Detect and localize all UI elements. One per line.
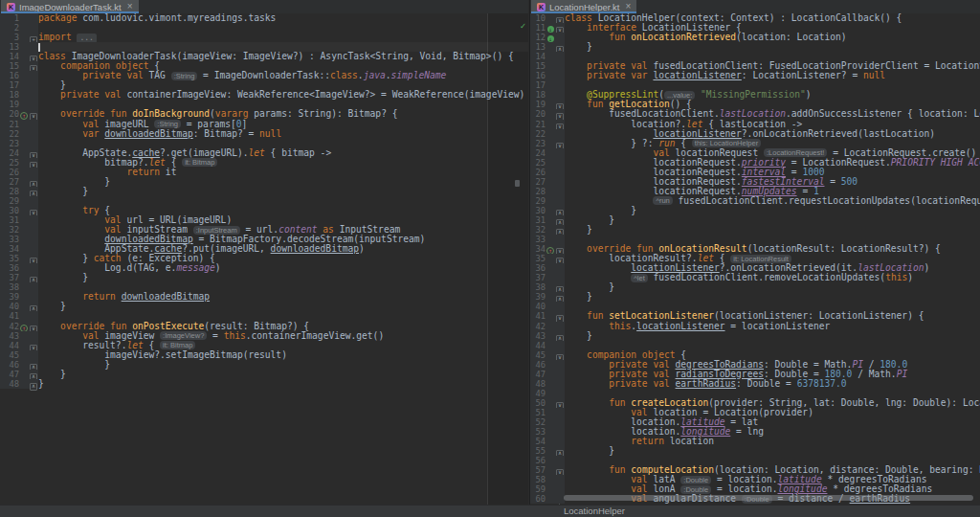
code-line[interactable]: 29 ^run fusedLocationClient.requestLocat… [530,196,980,206]
code-line[interactable]: 12↓ fun onLocationRetrieved(location: Lo… [530,33,980,42]
line-number[interactable]: 17 [0,80,19,90]
code-line[interactable]: 26 locationRequest.interval = 1000 [530,168,980,177]
line-number[interactable]: 15 [0,61,19,71]
line-number[interactable]: 11 [530,23,546,33]
fold-marker-slot[interactable]: ∧ [29,302,38,311]
line-number[interactable]: 33 [530,235,546,244]
line-number[interactable]: 29 [530,196,546,206]
line-number[interactable]: 15 [530,61,546,71]
line-number[interactable]: 34 [530,244,546,254]
line-number[interactable]: 60 [530,494,546,504]
code-line[interactable]: 19 [0,100,528,109]
code-line[interactable]: 28 locationRequest.numUpdates = 1 [530,187,980,196]
code-line[interactable]: 36 locationListener?.onLocationRetrieved… [530,263,980,273]
fold-marker-slot[interactable]: ∧ [29,177,38,187]
code-line[interactable]: 26 return it [0,168,528,177]
fold-marker-slot[interactable]: ∧ [555,206,565,215]
fold-marker-slot[interactable]: ∨ [29,322,38,331]
close-icon[interactable]: × [127,2,133,11]
line-number[interactable]: 16 [0,71,19,80]
code-line[interactable]: 21∨ location?.let { lastLocation -> [530,120,980,129]
fold-marker-slot[interactable]: ∧ [555,331,565,341]
fold-marker-slot[interactable]: ∨ [555,139,565,148]
code-line[interactable]: 31 val url = URL(imageURL) [0,215,528,225]
fold-marker-slot[interactable]: ∨ [29,61,38,71]
line-number[interactable]: 59 [530,484,546,494]
fold-marker-slot[interactable]: ∧ [29,187,38,196]
line-number[interactable]: 48 [0,379,19,389]
line-number[interactable]: 20 [0,109,19,119]
line-number[interactable]: 13 [0,42,19,52]
code-line[interactable]: 54 return location [530,437,980,446]
code-line[interactable]: 28∧ } [0,187,528,196]
line-number[interactable]: 35 [0,254,19,263]
line-number[interactable]: 37 [530,273,546,282]
implemented-gutter-icon[interactable]: ↓ [546,23,555,33]
fold-marker-slot[interactable]: ∧ [555,282,565,292]
fold-marker-slot[interactable]: ∧ [555,446,565,456]
code-line[interactable]: 53 location.longitude = lng [530,427,980,437]
code-line[interactable]: 58 val latA :Double = location.latitude … [530,475,980,484]
line-number[interactable]: 29 [0,196,19,206]
code-line[interactable]: 42↑∨ override fun onPostExecute(result: … [0,322,528,331]
line-number[interactable]: 36 [0,263,19,273]
implemented-gutter-icon[interactable]: ↓ [546,33,555,42]
code-line[interactable]: 14∨class ImageDownloaderTask(imageView: … [0,52,528,61]
code-line[interactable]: 32 val inputStream :InputStream = url.co… [0,225,528,235]
line-number[interactable]: 14 [530,52,546,61]
code-line[interactable]: 44 [530,341,980,350]
fold-marker-slot[interactable]: ∨ [555,120,565,129]
line-number[interactable]: 19 [530,100,546,109]
line-number[interactable]: 23 [0,139,19,148]
line-number[interactable]: 49 [530,389,546,398]
line-number[interactable]: 41 [530,311,546,321]
code-line[interactable]: 39 return downloadedBitmap [0,292,528,302]
code-line[interactable]: 14 [530,52,980,61]
code-line[interactable]: 2 [0,23,528,33]
override-gutter-icon[interactable]: ↑ [19,109,29,119]
code-line[interactable]: 11↓∨ interface LocationListener { [530,23,980,33]
line-number[interactable]: 27 [0,177,19,187]
editor-left[interactable]: 1package com.ludovic.vimont.myreadings.t… [0,13,528,517]
line-number[interactable]: 57 [530,465,546,475]
code-line[interactable]: 40∧ } [0,302,528,311]
line-number[interactable]: 58 [530,475,546,484]
code-line[interactable]: 45∨ companion object { [530,350,980,360]
fold-marker-slot[interactable]: ∧ [29,370,38,379]
fold-marker-slot[interactable]: ∨ [29,148,38,158]
code-line[interactable]: 30∧ } [530,206,980,215]
line-number[interactable]: 51 [530,408,546,417]
line-number[interactable]: 21 [530,120,546,129]
line-number[interactable]: 48 [530,379,546,389]
code-line[interactable]: 13 [0,42,528,52]
code-line[interactable]: 20↑∨ override fun doInBackground(vararg … [0,109,528,119]
code-line[interactable]: 34↑∨ override fun onLocationResult(locat… [530,244,980,254]
line-number[interactable]: 38 [0,282,19,292]
fold-marker-slot[interactable]: ∨ [555,100,565,109]
close-icon[interactable]: × [625,2,631,11]
fold-marker-slot[interactable]: ∨ [555,13,565,23]
code-line[interactable]: 29 [0,196,528,206]
line-number[interactable]: 45 [530,350,546,360]
code-line[interactable]: 15∨ companion object { [0,61,528,71]
code-line[interactable]: 16 private var locationListener: Locatio… [530,71,980,80]
code-line[interactable]: 48 private val earthRadius: Double = 637… [530,379,980,389]
code-line[interactable]: 25∨ bitmap?.let { it: Bitmap [0,158,528,168]
code-line[interactable]: 17 [530,80,980,90]
code-line[interactable]: 16 private val TAG :String = ImageDownlo… [0,71,528,80]
line-number[interactable]: 54 [530,437,546,446]
line-number[interactable]: 30 [0,206,19,215]
line-number[interactable]: 47 [0,370,19,379]
code-line[interactable]: 48∧} [0,379,528,389]
fold-marker-slot[interactable]: ∨ [29,52,38,61]
code-line[interactable]: 33 downloadedBitmap = BitmapFactory.deco… [0,235,528,244]
line-number[interactable]: 31 [530,215,546,225]
line-number[interactable]: 35 [530,254,546,263]
line-number[interactable]: 44 [530,341,546,350]
code-line[interactable]: 17 } [0,80,528,90]
line-number[interactable]: 42 [530,322,546,331]
code-line[interactable]: 24∨ AppState.cache?.get(imageURL).let { … [0,148,528,158]
code-line[interactable]: 46∧ } [0,360,528,370]
code-line[interactable]: 22 locationListener?.onLocationRetrieved… [530,129,980,139]
fold-marker-slot[interactable]: ∧ [29,379,38,389]
